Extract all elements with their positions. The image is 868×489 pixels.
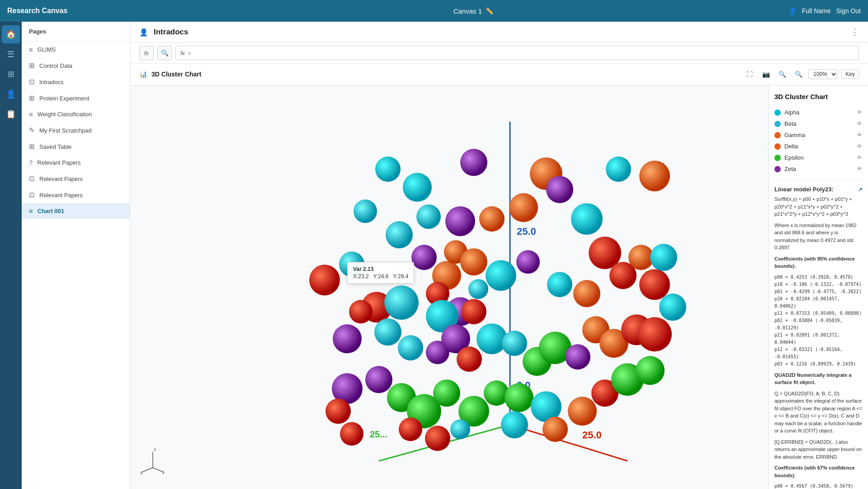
nav-grid-icon[interactable]: ⊞	[2, 65, 20, 83]
scatter-ball[interactable]	[460, 248, 487, 275]
scatter-ball[interactable]	[476, 323, 507, 354]
scatter-ball[interactable]	[398, 335, 423, 361]
sidebar-item-relevant-papers-3[interactable]: ⊡ Relevant Papers	[22, 187, 130, 203]
scatter-ball[interactable]	[468, 279, 488, 299]
scatter-ball[interactable]	[509, 193, 538, 222]
scatter-ball[interactable]	[349, 300, 373, 323]
scatter-ball[interactable]	[445, 206, 475, 236]
scatter-ball[interactable]	[403, 173, 432, 202]
sidebar-item-control-data[interactable]: ⊞ Control Data	[22, 57, 130, 74]
legend-label-gamma: Gamma	[784, 132, 805, 138]
nav-home-icon[interactable]: 🏠	[2, 25, 20, 43]
zoom-out-button[interactable]: 🔍	[776, 68, 788, 81]
scatter-ball[interactable]	[340, 422, 363, 446]
scatter-ball[interactable]	[460, 149, 487, 176]
sign-out-button[interactable]: Sign Out	[836, 7, 861, 14]
edit-canvas-icon[interactable]: ✏️	[486, 7, 493, 14]
scatter-ball[interactable]	[375, 157, 401, 182]
scatter-ball[interactable]	[486, 260, 516, 291]
scatter-ball[interactable]	[425, 426, 450, 451]
scatter-ball[interactable]	[333, 324, 362, 353]
scatter-ball[interactable]	[547, 272, 572, 297]
scatter-ball[interactable]	[639, 269, 670, 300]
sidebar-icon-my-first-scratchpad: ✎	[29, 126, 35, 134]
scatter-ball[interactable]	[502, 331, 527, 356]
scatter-ball[interactable]	[433, 380, 460, 407]
scatter-ball[interactable]	[542, 417, 568, 442]
nav-user-icon[interactable]: 👤	[2, 85, 20, 103]
scatter-ball[interactable]	[636, 356, 665, 385]
nav-pages-icon[interactable]: ☰	[2, 45, 20, 63]
scatter-ball[interactable]	[650, 244, 677, 271]
scatter-ball[interactable]	[416, 204, 441, 229]
scatter-ball[interactable]	[606, 157, 631, 182]
legend-eye-alpha[interactable]: 👁	[857, 109, 863, 116]
key-button[interactable]: Key	[841, 70, 859, 79]
scatter-ball[interactable]	[461, 299, 486, 324]
scatter-ball[interactable]	[386, 221, 413, 248]
chart-plot[interactable]: 25.0 0.0 25.0 25... Var 2.13 X:23.2 Y:24…	[130, 85, 769, 489]
sidebar-item-relevant-papers-1[interactable]: ? Relevant Papers	[22, 155, 130, 171]
sidebar-item-intradocs[interactable]: ⊡ Intradocs	[22, 74, 130, 90]
sidebar-icon-saved-table: ⊞	[29, 142, 35, 151]
legend-eye-gamma[interactable]: 👁	[857, 132, 863, 138]
function-button[interactable]: fx	[139, 46, 154, 60]
sidebar-item-relevant-papers-2[interactable]: ⊡ Relevant Papers	[22, 171, 130, 187]
scatter-ball[interactable]	[568, 397, 597, 426]
legend-eye-delta[interactable]: 👁	[857, 143, 863, 150]
sidebar-label-relevant-papers-1: Relevant Papers	[37, 159, 80, 166]
scatter-ball[interactable]	[639, 161, 670, 191]
scatter-ball[interactable]	[571, 203, 603, 235]
legend-eye-epsilon[interactable]: 👁	[857, 154, 863, 161]
formula-bar[interactable]: fx =	[175, 46, 859, 60]
scatter-ball[interactable]	[516, 250, 540, 274]
scatter-ball[interactable]	[354, 199, 377, 223]
legend-eye-zeta[interactable]: 👁	[857, 166, 863, 172]
lm-formula: Surffit(x,y) = p00 + p10*x + p01*y + p20…	[774, 195, 863, 218]
sidebar-item-my-first-scratchpad[interactable]: ✎ My First Scratchpad	[22, 122, 130, 138]
sidebar-icon-control-data: ⊞	[29, 62, 35, 70]
scatter-ball[interactable]	[374, 318, 401, 346]
scatter-ball[interactable]	[501, 411, 528, 438]
lm-expand-icon[interactable]: ↗	[858, 186, 863, 193]
zoom-select[interactable]: 100% 75% 50% 150%	[808, 69, 838, 79]
more-options-button[interactable]: ⋮	[851, 27, 859, 37]
sidebar-item-saved-table[interactable]: ⊞ Saved Table	[22, 138, 130, 155]
scatter-ball[interactable]	[450, 419, 470, 439]
scatter-ball[interactable]	[326, 399, 351, 424]
scatter-ball[interactable]	[505, 383, 533, 412]
coeff-item: p12 = -0.03321 (-0.05164, -0.01455)	[774, 346, 863, 361]
fullscreen-button[interactable]: ⛶	[743, 68, 756, 81]
search-button[interactable]: 🔍	[157, 46, 172, 60]
legend-dot-epsilon	[774, 155, 781, 161]
scatter-ball[interactable]	[565, 344, 590, 370]
scatter-ball[interactable]	[309, 265, 340, 295]
scatter-ball[interactable]	[339, 252, 364, 277]
coeff-item: p01 = -0.4299 (-0.4775, -0.3822)	[774, 288, 863, 295]
scatter-ball[interactable]	[457, 347, 482, 372]
legend-eye-beta[interactable]: 👁	[857, 120, 863, 127]
sidebar-icon-relevant-papers-2: ⊡	[29, 175, 35, 183]
camera-button[interactable]: 📷	[760, 68, 772, 81]
zoom-in-button[interactable]: 🔍	[792, 68, 805, 81]
scatter-ball[interactable]	[384, 285, 419, 320]
scatter-ball[interactable]	[411, 245, 437, 270]
scatter-ball[interactable]	[628, 245, 654, 270]
scatter-ball[interactable]	[573, 280, 600, 307]
sidebar-item-glims[interactable]: ≡ GLIMS	[22, 42, 130, 57]
sidebar-item-protein-experiment[interactable]: ⊞ Protein Experiment	[22, 90, 130, 106]
sidebar-label-chart-001: Chart 001	[38, 208, 64, 214]
scatter-ball[interactable]	[637, 317, 672, 351]
scatter-ball[interactable]	[546, 176, 573, 203]
divider-1	[774, 180, 863, 180]
sidebar-header: Pages	[22, 22, 130, 42]
scatter-ball[interactable]	[659, 294, 686, 321]
scatter-ball[interactable]	[479, 206, 505, 232]
scatter-ball[interactable]	[399, 418, 422, 441]
sidebar-items-container: ≡ GLIMS ⊞ Control Data ⊡ Intradocs ⊞ Pro…	[22, 42, 130, 219]
sidebar-item-chart-001[interactable]: ≡ Chart 001	[22, 203, 130, 219]
coeff-67-header: Coefficients (with 67% confidence bounds…	[774, 464, 863, 479]
scatter-ball[interactable]	[365, 366, 392, 393]
sidebar-item-weight-classification[interactable]: ≡ Weight Classification	[22, 106, 130, 122]
nav-table-icon[interactable]: 📋	[2, 105, 20, 123]
